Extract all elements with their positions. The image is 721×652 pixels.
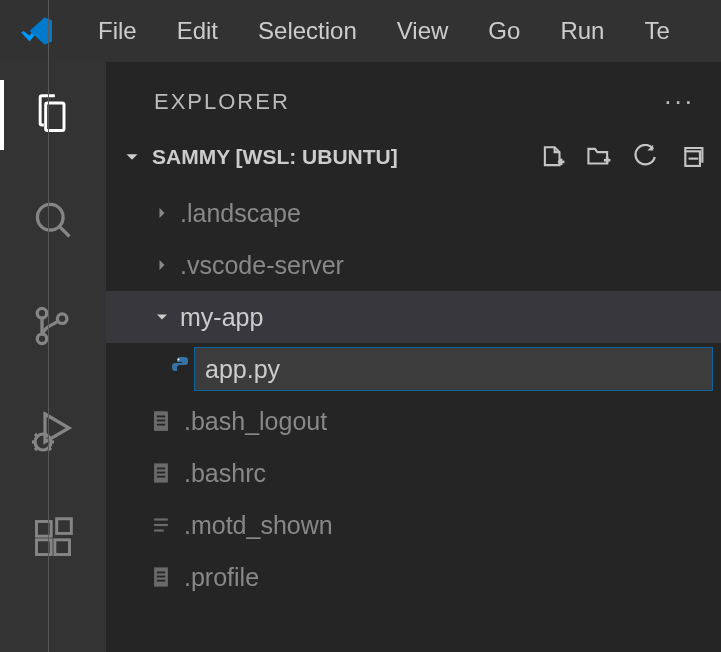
chevron-down-icon (120, 145, 144, 169)
run-debug-activity-icon[interactable] (29, 408, 77, 456)
explorer-more-button[interactable]: ··· (664, 86, 695, 117)
menu-selection[interactable]: Selection (238, 11, 377, 51)
file-label: .profile (184, 563, 259, 592)
svg-rect-26 (157, 424, 165, 426)
file-label: .motd_shown (184, 511, 333, 540)
menubar: File Edit Selection View Go Run Te (0, 0, 721, 62)
python-file-icon (170, 355, 194, 383)
tree-rename-row (106, 343, 721, 395)
file-icon (146, 514, 176, 536)
svg-rect-35 (157, 572, 165, 574)
svg-rect-30 (157, 476, 165, 478)
svg-point-3 (37, 334, 47, 344)
chevron-right-icon (150, 255, 174, 275)
file-label: .bash_logout (184, 407, 327, 436)
folder-vscode-server[interactable]: .vscode-server (106, 239, 721, 291)
folder-my-app[interactable]: my-app (106, 291, 721, 343)
vscode-logo (18, 12, 56, 50)
rename-input[interactable] (194, 347, 713, 391)
file-bash-logout[interactable]: .bash_logout (106, 395, 721, 447)
file-motd-shown[interactable]: .motd_shown (106, 499, 721, 551)
file-label: .bashrc (184, 459, 266, 488)
search-activity-icon[interactable] (29, 196, 77, 244)
explorer-activity-icon[interactable] (29, 90, 77, 138)
svg-rect-28 (157, 468, 165, 470)
workspace-title: SAMMY [WSL: UBUNTU] (152, 145, 531, 169)
svg-rect-25 (157, 420, 165, 422)
svg-point-4 (57, 314, 67, 324)
file-tree: .landscape .vscode-server my-app (106, 187, 721, 603)
menu-file[interactable]: File (78, 11, 157, 51)
folder-label: .vscode-server (180, 251, 344, 280)
file-bashrc[interactable]: .bashrc (106, 447, 721, 499)
folder-label: my-app (180, 303, 263, 332)
svg-rect-37 (157, 580, 165, 582)
explorer-sidebar: EXPLORER ··· SAMMY [WSL: UBUNTU] (106, 62, 721, 652)
menu-go[interactable]: Go (468, 11, 540, 51)
workspace-actions (539, 143, 705, 171)
new-folder-button[interactable] (585, 143, 613, 171)
menu-edit[interactable]: Edit (157, 11, 238, 51)
source-control-activity-icon[interactable] (29, 302, 77, 350)
svg-rect-14 (55, 540, 70, 555)
explorer-title: EXPLORER (154, 89, 290, 115)
extensions-activity-icon[interactable] (29, 514, 77, 562)
svg-line-9 (35, 434, 37, 436)
svg-rect-24 (157, 416, 165, 418)
file-icon (146, 462, 176, 484)
svg-rect-36 (157, 576, 165, 578)
svg-line-10 (35, 448, 37, 450)
svg-point-22 (178, 359, 180, 361)
activity-bar (0, 62, 106, 652)
chevron-down-icon (150, 307, 174, 327)
menu-run[interactable]: Run (540, 11, 624, 51)
workspace-section-header[interactable]: SAMMY [WSL: UBUNTU] (106, 135, 721, 187)
new-file-button[interactable] (539, 143, 567, 171)
svg-rect-29 (157, 472, 165, 474)
svg-rect-15 (57, 519, 72, 534)
file-icon (146, 566, 176, 588)
menu-truncated[interactable]: Te (624, 11, 689, 51)
folder-label: .landscape (180, 199, 301, 228)
file-profile[interactable]: .profile (106, 551, 721, 603)
activity-active-indicator (0, 80, 4, 150)
chevron-right-icon (150, 203, 174, 223)
svg-point-2 (37, 308, 47, 318)
svg-point-0 (37, 204, 63, 230)
refresh-button[interactable] (631, 143, 659, 171)
menu-view[interactable]: View (377, 11, 469, 51)
collapse-all-button[interactable] (677, 143, 705, 171)
folder-landscape[interactable]: .landscape (106, 187, 721, 239)
file-icon (146, 410, 176, 432)
explorer-header: EXPLORER ··· (106, 62, 721, 135)
svg-line-1 (60, 227, 70, 237)
